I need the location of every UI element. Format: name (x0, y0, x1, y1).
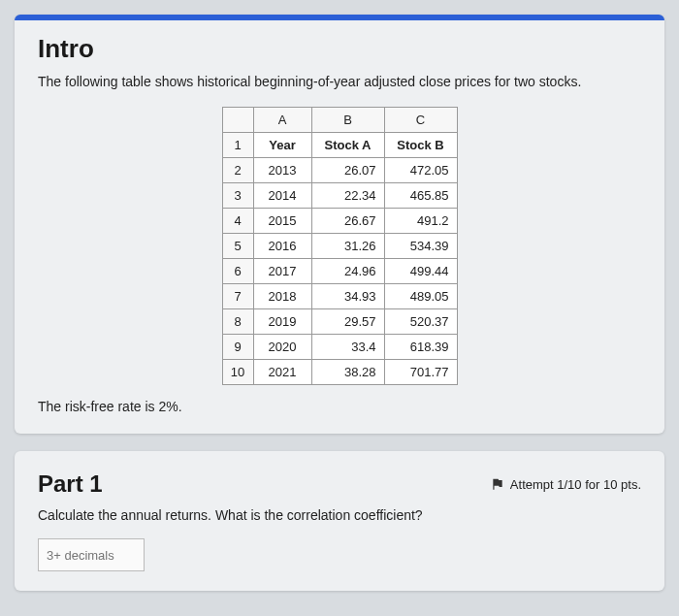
table-row: 2 2013 26.07 472.05 (222, 158, 457, 183)
table-row: 9 2020 33.4 618.39 (222, 335, 457, 360)
cell-stock-b: 465.85 (384, 183, 457, 209)
row-number: 1 (222, 133, 253, 158)
cell-stock-a: 22.34 (311, 183, 384, 209)
intro-footnote: The risk-free rate is 2%. (38, 399, 641, 414)
intro-description: The following table shows historical beg… (38, 72, 641, 91)
cell-year: 2016 (253, 234, 311, 259)
cell-stock-b: 520.37 (384, 309, 457, 335)
cell-stock-b: 472.05 (384, 158, 457, 183)
row-number: 9 (222, 335, 253, 360)
cell-year: 2019 (253, 309, 311, 335)
col-label-c: C (384, 108, 457, 133)
part1-prompt: Calculate the annual returns. What is th… (38, 507, 641, 523)
col-label-a: A (253, 108, 311, 133)
row-number: 3 (222, 183, 253, 209)
part1-header: Part 1 Attempt 1/10 for 10 pts. (38, 470, 641, 498)
col-label-b: B (311, 108, 384, 133)
cell-year: 2014 (253, 183, 311, 209)
column-letter-row: A B C (222, 108, 457, 133)
table-row: 8 2019 29.57 520.37 (222, 309, 457, 335)
cell-stock-a: 26.07 (311, 158, 384, 183)
intro-card: Intro The following table shows historic… (15, 15, 664, 434)
table-row: 7 2018 34.93 489.05 (222, 284, 457, 309)
table-row: 10 2021 38.28 701.77 (222, 360, 457, 385)
part1-title: Part 1 (38, 470, 103, 498)
row-number: 10 (222, 360, 253, 385)
attempt-info: Attempt 1/10 for 10 pts. (491, 477, 641, 492)
corner-cell (222, 108, 253, 133)
cell-stock-a: 33.4 (311, 335, 384, 360)
table-row: 3 2014 22.34 465.85 (222, 183, 457, 209)
row-number: 7 (222, 284, 253, 309)
cell-year: 2018 (253, 284, 311, 309)
price-table: A B C 1 Year Stock A Stock B 2 2013 26.0… (222, 107, 458, 385)
flag-icon (491, 477, 504, 491)
cell-stock-a: 26.67 (311, 209, 384, 234)
attempt-text: Attempt 1/10 for 10 pts. (510, 477, 641, 492)
cell-stock-a: 24.96 (311, 259, 384, 284)
cell-year: 2020 (253, 335, 311, 360)
part1-card: Part 1 Attempt 1/10 for 10 pts. Calculat… (15, 451, 664, 591)
cell-year: 2021 (253, 360, 311, 385)
row-number: 8 (222, 309, 253, 335)
cell-stock-b: 489.05 (384, 284, 457, 309)
cell-year: 2017 (253, 259, 311, 284)
row-number: 6 (222, 259, 253, 284)
cell-stock-b: 534.39 (384, 234, 457, 259)
row-number: 5 (222, 234, 253, 259)
cell-stock-a: 31.26 (311, 234, 384, 259)
cell-stock-b: 499.44 (384, 259, 457, 284)
header-stock-a: Stock A (311, 133, 384, 158)
cell-year: 2015 (253, 209, 311, 234)
header-year: Year (253, 133, 311, 158)
table-row: 1 Year Stock A Stock B (222, 133, 457, 158)
table-row: 5 2016 31.26 534.39 (222, 234, 457, 259)
cell-stock-b: 618.39 (384, 335, 457, 360)
cell-stock-b: 701.77 (384, 360, 457, 385)
cell-stock-a: 34.93 (311, 284, 384, 309)
cell-stock-a: 29.57 (311, 309, 384, 335)
header-stock-b: Stock B (384, 133, 457, 158)
row-number: 2 (222, 158, 253, 183)
table-row: 4 2015 26.67 491.2 (222, 209, 457, 234)
cell-stock-b: 491.2 (384, 209, 457, 234)
table-container: A B C 1 Year Stock A Stock B 2 2013 26.0… (38, 107, 641, 385)
row-number: 4 (222, 209, 253, 234)
table-row: 6 2017 24.96 499.44 (222, 259, 457, 284)
answer-input[interactable] (38, 538, 145, 571)
intro-title: Intro (38, 34, 641, 64)
cell-year: 2013 (253, 158, 311, 183)
cell-stock-a: 38.28 (311, 360, 384, 385)
